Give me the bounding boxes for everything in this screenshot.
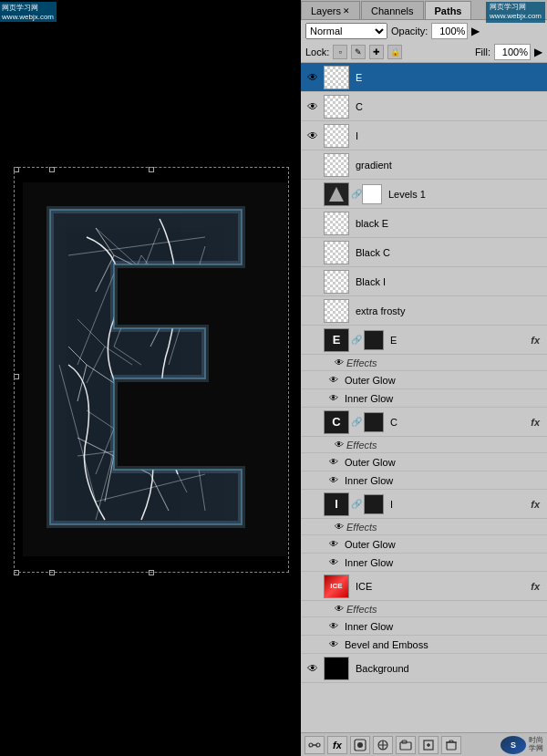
layer-row-I-fx[interactable]: 👁 I 🔗 I fx (301, 490, 547, 519)
eye-effects-C-fx[interactable]: 👁 (332, 437, 346, 453)
tab-layers[interactable]: Layers ✕ (301, 1, 360, 19)
opacity-input[interactable] (431, 23, 468, 39)
eye-effects-I-fx[interactable]: 👁 (332, 519, 346, 535)
layer-row-blackI[interactable]: 👁 Black I (301, 267, 547, 296)
eye-effects-E-fx[interactable]: 👁 (332, 355, 346, 371)
thumb-blackC (324, 241, 349, 264)
new-layer-button[interactable] (418, 736, 439, 754)
lock-all-btn[interactable]: 🔒 (387, 45, 402, 59)
opacity-arrow[interactable]: ▶ (471, 25, 480, 37)
blend-mode-select[interactable]: Normal Dissolve Multiply Screen (305, 23, 387, 39)
layer-row-ICE[interactable]: 👁 ICE ICE fx (301, 572, 547, 601)
effect-row-outerglow-E[interactable]: 👁 Outer Glow (301, 371, 547, 389)
effects-label-ICE: 👁 Effects (301, 601, 547, 617)
watermark-label: 网页学习网www.webjx.com (486, 2, 545, 23)
layers-list: 👁 E 👁 C 👁 I 👁 gradient 👁 (301, 63, 547, 732)
layer-row-E-fx[interactable]: 👁 E 🔗 E fx (301, 326, 547, 355)
mask-E-fx (364, 330, 384, 350)
effects-label-I-fx: 👁 Effects (301, 519, 547, 535)
thumb-extrafrosty (324, 299, 349, 323)
tab-paths[interactable]: Paths (425, 1, 472, 19)
fill-label: Fill: (475, 47, 490, 57)
fx-badge-C: fx (531, 417, 540, 428)
group-button[interactable] (396, 736, 416, 754)
link-layers-button[interactable] (304, 736, 325, 754)
bottom-toolbar: fx S 时尚学网 (301, 732, 547, 756)
effect-row-outerglow-I[interactable]: 👁 Outer Glow (301, 535, 547, 554)
layer-row-E[interactable]: 👁 E (301, 63, 547, 92)
effect-row-innerglow-ICE[interactable]: 👁 Inner Glow (301, 617, 547, 636)
layer-row-blackC[interactable]: 👁 Black C (301, 238, 547, 267)
svg-rect-39 (316, 743, 320, 747)
eye-innerglow-C[interactable]: 👁 (326, 473, 341, 488)
eye-icon-C[interactable]: 👁 (304, 98, 321, 115)
layer-name-extrafrosty: extra frosty (352, 306, 543, 316)
layer-name-C-fx: C (387, 417, 531, 428)
eye-icon-E[interactable]: 👁 (304, 69, 321, 86)
thumb-background (324, 657, 349, 680)
lock-row: Lock: ▫ ✎ ✚ 🔒 Fill: ▶ (301, 42, 547, 63)
effect-row-innerglow-C[interactable]: 👁 Inner Glow (301, 471, 547, 490)
effect-row-bevelemboss-ICE[interactable]: 👁 Bevel and Emboss (301, 636, 547, 654)
effect-row-innerglow-E[interactable]: 👁 Inner Glow (301, 389, 547, 408)
effect-row-outerglow-C[interactable]: 👁 Outer Glow (301, 453, 547, 471)
layer-row-blackE[interactable]: 👁 black E (301, 209, 547, 238)
lock-pixels-btn[interactable]: ▫ (333, 45, 347, 59)
tab-channels[interactable]: Channels (361, 1, 423, 19)
thumb-C-fx: C (324, 410, 349, 434)
eye-innerglow-E[interactable]: 👁 (326, 391, 341, 406)
thumb-levels1 (324, 182, 349, 206)
chain-E-fx: 🔗 (352, 330, 361, 350)
logo-text: 时尚学网 (529, 737, 543, 753)
logo-circle: S (501, 736, 526, 754)
mask-I-fx (364, 494, 384, 514)
svg-point-41 (357, 742, 363, 748)
eye-outerglow-E[interactable]: 👁 (326, 373, 341, 388)
right-panel: 网页学习网www.webjx.com Layers ✕ Channels Pat… (301, 0, 547, 756)
layer-row-background[interactable]: 👁 Background (301, 654, 547, 683)
eye-icon-background[interactable]: 👁 (304, 660, 321, 677)
eye-innerglow-ICE[interactable]: 👁 (326, 619, 341, 634)
add-mask-button[interactable] (350, 736, 370, 754)
layer-name-C: C (352, 101, 543, 112)
layer-name-blackE: black E (352, 218, 543, 229)
lock-label: Lock: (305, 47, 329, 57)
eye-bevelemboss-ICE[interactable]: 👁 (326, 637, 341, 652)
canvas-svg (23, 182, 287, 556)
layer-name-levels1: Levels 1 (385, 189, 543, 200)
layer-row-C[interactable]: 👁 C (301, 92, 547, 121)
layer-row-gradient[interactable]: 👁 gradient (301, 150, 547, 180)
eye-innerglow-I[interactable]: 👁 (326, 555, 341, 570)
layer-row-C-fx[interactable]: 👁 C 🔗 C fx (301, 408, 547, 437)
layer-row-extrafrosty[interactable]: 👁 extra frosty (301, 296, 547, 326)
lock-position-btn[interactable]: ✚ (369, 45, 384, 59)
canvas-area: 网页学习网www.webjx.com (0, 0, 301, 756)
fill-input[interactable] (494, 44, 531, 60)
layer-name-E: E (352, 72, 543, 83)
lock-image-btn[interactable]: ✎ (351, 45, 366, 59)
eye-outerglow-I[interactable]: 👁 (326, 537, 341, 552)
layer-name-I-fx: I (387, 499, 531, 510)
eye-outerglow-C[interactable]: 👁 (326, 455, 341, 470)
thumb-E-fx: E (324, 328, 349, 352)
opacity-label: Opacity: (391, 26, 428, 36)
fx-badge-E: fx (531, 335, 540, 346)
eye-effects-ICE[interactable]: 👁 (332, 601, 346, 617)
layer-name-blackI: Black I (352, 276, 543, 287)
fx-badge-ICE: fx (531, 581, 540, 592)
fx-effects-button[interactable]: fx (327, 736, 347, 754)
thumb-I (324, 124, 349, 148)
delete-layer-button[interactable] (441, 736, 461, 754)
thumb-C (324, 95, 349, 119)
fill-arrow[interactable]: ▶ (534, 46, 542, 58)
layer-row-levels1[interactable]: 👁 🔗 Levels 1 (301, 180, 547, 209)
svg-rect-38 (309, 743, 313, 747)
layer-row-I[interactable]: 👁 I (301, 121, 547, 150)
canvas-image (23, 182, 287, 556)
eye-icon-I[interactable]: 👁 (304, 128, 321, 144)
layer-name-blackC: Black C (352, 247, 543, 258)
effect-row-innerglow-I[interactable]: 👁 Inner Glow (301, 554, 547, 572)
adjustment-button[interactable] (373, 736, 393, 754)
thumb-gradient (324, 153, 349, 177)
effects-label-C-fx: 👁 Effects (301, 437, 547, 453)
